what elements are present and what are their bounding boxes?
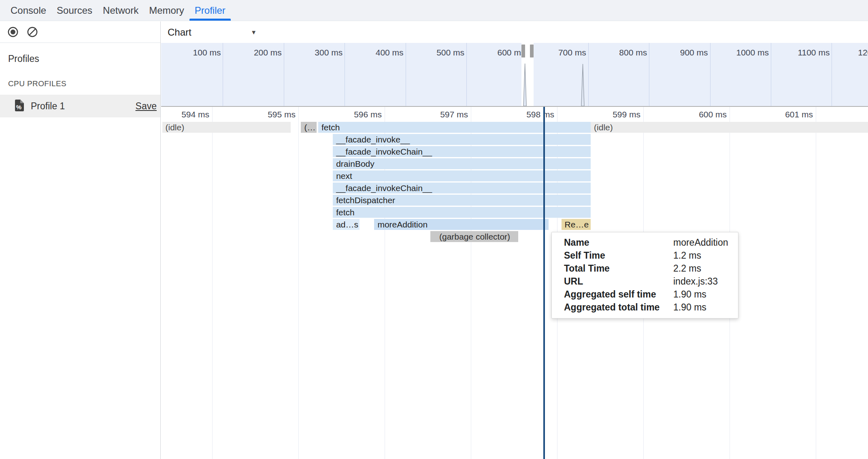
tab-network[interactable]: Network	[98, 0, 144, 21]
flame-bar[interactable]: fetch	[318, 122, 591, 133]
cpu-profiles-section-header: CPU PROFILES	[8, 79, 160, 88]
timeline-gridline	[816, 107, 816, 459]
tooltip-row: Self Time1.2 ms	[564, 249, 738, 262]
timeline-tick-label: 596 ms	[317, 110, 382, 120]
timeline-tick-label: 599 ms	[576, 110, 640, 120]
tooltip-value: moreAddition	[673, 236, 728, 249]
profile-name: Profile 1	[31, 101, 136, 112]
tooltip-label: URL	[564, 275, 673, 288]
profile-document-icon: %	[14, 99, 25, 113]
flame-bar[interactable]: (garbage collector)	[430, 231, 518, 242]
flame-chart: 594 ms595 ms596 ms597 ms598 ms599 ms600 …	[161, 107, 868, 459]
tooltip-row: Aggregated total time1.90 ms	[564, 301, 738, 314]
profiles-title: Profiles	[8, 53, 160, 64]
tooltip-row: Total Time2.2 ms	[564, 262, 738, 275]
timeline-gridline	[212, 107, 213, 459]
tooltip-value: index.js:33	[673, 275, 718, 288]
save-profile-link[interactable]: Save	[136, 101, 157, 112]
profiler-view-toolbar: Chart ▼	[161, 21, 868, 43]
tooltip-label: Total Time	[564, 262, 673, 275]
cpu-activity-spikes	[161, 43, 868, 106]
playhead-marker	[543, 107, 545, 459]
profiler-sidebar: Profiles CPU PROFILES % Profile 1 Save	[0, 21, 161, 459]
record-icon	[7, 26, 19, 38]
flame-bar[interactable]: (idle)	[162, 122, 291, 133]
view-mode-label: Chart	[168, 27, 191, 38]
flame-bar[interactable]: next	[333, 170, 591, 181]
flame-bar[interactable]: (idle)	[591, 122, 868, 133]
frame-tooltip: NamemoreAdditionSelf Time1.2 msTotal Tim…	[551, 232, 738, 319]
timeline-tick-label: 594 ms	[161, 110, 209, 120]
tooltip-value: 1.2 ms	[673, 249, 701, 262]
tooltip-label: Aggregated self time	[564, 288, 673, 301]
devtools-window: ConsoleSourcesNetworkMemoryProfiler Prof…	[0, 0, 868, 459]
flame-bar[interactable]: (…	[301, 122, 316, 133]
overview-timeline[interactable]: 100 ms200 ms300 ms400 ms500 ms600 ms700 …	[161, 43, 868, 107]
svg-text:%: %	[16, 104, 21, 110]
clear-profiles-button[interactable]	[27, 26, 38, 38]
flame-bar[interactable]: ad…s	[333, 219, 360, 230]
chevron-down-icon: ▼	[251, 29, 257, 36]
tooltip-row: URLindex.js:33	[564, 275, 738, 288]
flame-bar[interactable]: fetch	[333, 207, 591, 218]
clear-icon	[27, 26, 38, 38]
flame-bar[interactable]: fetchDispatcher	[333, 195, 591, 206]
flame-bar[interactable]: drainBody	[333, 158, 591, 169]
tooltip-value: 1.90 ms	[673, 301, 706, 314]
devtools-tabbar: ConsoleSourcesNetworkMemoryProfiler	[0, 0, 868, 21]
timeline-tick-label: 597 ms	[403, 110, 468, 120]
timeline-tick-label: 600 ms	[662, 110, 727, 120]
flame-bar[interactable]: __facade_invokeChain__	[333, 146, 591, 157]
tab-sources[interactable]: Sources	[51, 0, 98, 21]
view-mode-select[interactable]: Chart ▼	[161, 27, 263, 38]
timeline-gridline	[298, 107, 299, 459]
profiler-sidebar-toolbar	[0, 21, 160, 43]
tooltip-label: Aggregated total time	[564, 301, 673, 314]
flame-bar[interactable]: __facade_invokeChain__	[333, 183, 591, 193]
flame-bar[interactable]: __facade_invoke__	[333, 134, 591, 145]
tooltip-row: NamemoreAddition	[564, 236, 738, 249]
tooltip-row: Aggregated self time1.90 ms	[564, 288, 738, 301]
flame-bar[interactable]: Re…e	[562, 219, 591, 230]
timeline-tick-label: 601 ms	[748, 110, 813, 120]
tooltip-label: Name	[564, 236, 673, 249]
active-tab-underline	[189, 19, 231, 21]
tooltip-value: 1.90 ms	[673, 288, 706, 301]
tab-profiler[interactable]: Profiler	[189, 0, 231, 21]
sidebar-item-profile-1[interactable]: % Profile 1 Save	[0, 95, 160, 117]
timeline-tick-label: 595 ms	[231, 110, 296, 120]
flame-bar[interactable]: moreAddition	[374, 219, 548, 230]
tab-console[interactable]: Console	[5, 0, 51, 21]
tooltip-label: Self Time	[564, 249, 673, 262]
record-button[interactable]	[7, 26, 19, 38]
tab-memory[interactable]: Memory	[144, 0, 189, 21]
tooltip-value: 2.2 ms	[673, 262, 701, 275]
